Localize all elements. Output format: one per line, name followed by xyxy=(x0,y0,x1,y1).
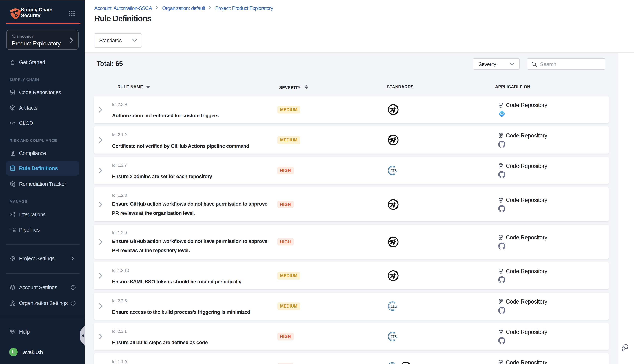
svg-text:?: ? xyxy=(11,329,13,332)
